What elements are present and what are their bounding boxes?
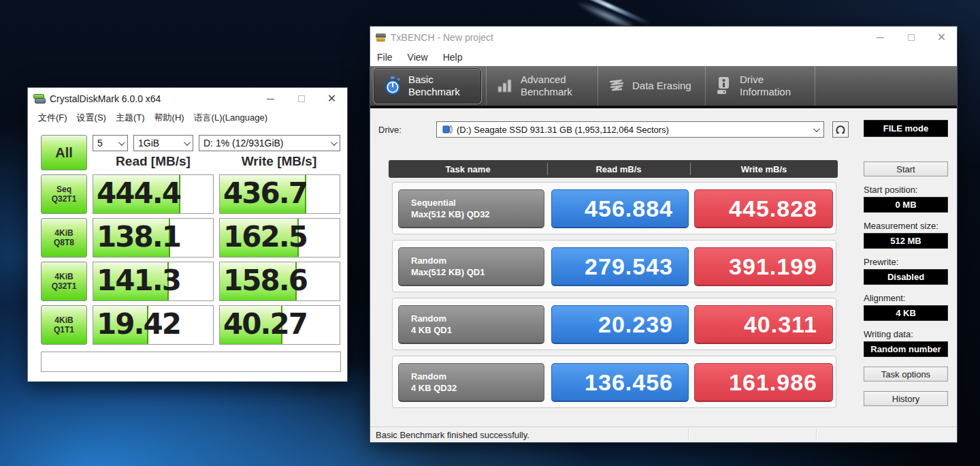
- refresh-drives-button[interactable]: [832, 121, 849, 138]
- txbench-close-button[interactable]: ✕: [926, 27, 957, 48]
- cdm-maximize-button[interactable]: [286, 88, 316, 110]
- cdm-body: All 5 1GiB D: 1% (12/931GiB): [28, 126, 347, 382]
- column-header-write: Write mB/s: [690, 164, 838, 174]
- drive-select[interactable]: (D:) Seagate SSD 931.31 GB (1,953,112,06…: [436, 121, 824, 138]
- table-row: SequentialMax(512 KB) QD32 456.884 445.8…: [392, 182, 836, 234]
- statusbar: Basic Benchmark finished successfully.: [370, 426, 957, 442]
- write-result-value: 161.986: [694, 363, 833, 402]
- tab-separator: [815, 66, 815, 106]
- cdm-write-value-cell: 436.7: [219, 174, 340, 214]
- txbench-window-title: TxBENCH - New project: [391, 32, 865, 43]
- cdm-4kib-q1t1-button[interactable]: 4KiBQ1T1: [41, 305, 87, 345]
- cdm-row-4kib-q32t1: 4KiBQ32T1 141.3 158.6: [41, 262, 340, 301]
- write-result-value: 40.311: [694, 305, 833, 344]
- results-table: SequentialMax(512 KB) QD32 456.884 445.8…: [392, 182, 836, 414]
- drive-icon: [442, 125, 453, 134]
- cdm-read-value-cell: 138.1: [93, 218, 214, 258]
- cdm-4kib-q8t8-button[interactable]: 4KiBQ8T8: [41, 218, 87, 258]
- cdm-menu-theme[interactable]: 主题(T): [111, 110, 150, 125]
- start-button[interactable]: Start: [864, 161, 948, 176]
- writing-data-value[interactable]: Random number: [864, 341, 948, 357]
- txbench-titlebar[interactable]: TxBENCH - New project ✕: [370, 27, 957, 48]
- write-result-value: 391.199: [694, 247, 833, 286]
- alignment-value[interactable]: 4 KB: [864, 305, 948, 321]
- cdm-read-value-cell: 444.4: [93, 174, 214, 214]
- tab-advanced-benchmark[interactable]: AdvancedBenchmark: [487, 66, 597, 106]
- read-result-value: 279.543: [551, 247, 689, 286]
- column-header-read: Read mB/s: [547, 164, 690, 174]
- tab-data-erasing[interactable]: Data Erasing: [598, 66, 705, 106]
- cdm-write-value-cell: 40.27: [219, 305, 340, 345]
- results-table-header: Task name Read mB/s Write mB/s: [389, 160, 838, 178]
- cdm-read-value-cell: 19.42: [93, 305, 214, 345]
- task-options-button[interactable]: Task options: [864, 367, 948, 382]
- start-position-value[interactable]: 0 MB: [864, 197, 948, 213]
- cdm-write-value-cell: 158.6: [219, 262, 340, 301]
- status-message: Basic Benchmark finished successfully.: [376, 430, 529, 440]
- txbench-minimize-button[interactable]: [865, 27, 896, 48]
- table-row: Random4 KB QD32 136.456 161.986: [392, 356, 836, 408]
- column-header-task-name: Task name: [389, 164, 547, 174]
- task-random-max-qd1-button[interactable]: RandomMax(512 KB) QD1: [398, 247, 544, 286]
- cdm-menubar: 文件(F) 设置(S) 主题(T) 帮助(H) 语言(L)(Language): [28, 110, 347, 126]
- cdm-write-header: Write [MB/s]: [218, 154, 340, 169]
- drive-info-icon: [715, 76, 733, 95]
- cdm-row-seq-q32t1: SeqQ32T1 444.4 436.7: [41, 174, 340, 214]
- txbench-menu-view[interactable]: View: [408, 52, 428, 63]
- read-result-value: 136.456: [551, 363, 689, 402]
- file-mode-indicator[interactable]: FILE mode: [864, 120, 948, 137]
- measurement-size-value[interactable]: 512 MB: [864, 233, 948, 249]
- measurement-size-label: Measurement size:: [864, 221, 948, 232]
- task-sequential-qd32-button[interactable]: SequentialMax(512 KB) QD32: [398, 189, 544, 228]
- tab-basic-benchmark[interactable]: BasicBenchmark: [374, 68, 481, 104]
- task-random-4kb-qd1-button[interactable]: Random4 KB QD1: [398, 305, 544, 344]
- cdm-test-size-select[interactable]: 1GiB: [133, 135, 193, 151]
- chevron-down-icon: [331, 139, 338, 146]
- drive-label: Drive:: [378, 125, 402, 135]
- txbench-tabbar: BasicBenchmark AdvancedBenchmark: [370, 66, 957, 108]
- history-button[interactable]: History: [864, 391, 948, 406]
- txbench-window: TxBENCH - New project ✕ File View Help: [370, 26, 958, 443]
- cdm-close-button[interactable]: ✕: [316, 88, 347, 110]
- cdm-all-button[interactable]: All: [41, 135, 87, 170]
- start-position-label: Start position:: [864, 185, 948, 196]
- read-result-value: 456.884: [551, 189, 689, 228]
- cdm-4kib-q32t1-button[interactable]: 4KiBQ32T1: [41, 262, 87, 301]
- crystaldiskmark-window: CrystalDiskMark 6.0.0 x64 ✕ 文件(F) 设置(S) …: [27, 87, 348, 382]
- chevron-down-icon: [118, 139, 125, 146]
- cdm-menu-language[interactable]: 语言(L)(Language): [189, 110, 272, 125]
- txbench-menu-file[interactable]: File: [377, 52, 393, 63]
- table-row: Random4 KB QD1 20.239 40.311: [392, 298, 836, 350]
- cdm-menu-file[interactable]: 文件(F): [33, 110, 72, 125]
- table-row: RandomMax(512 KB) QD1 279.543 391.199: [392, 240, 836, 292]
- cdm-titlebar[interactable]: CrystalDiskMark 6.0.0 x64 ✕: [28, 88, 347, 110]
- cdm-row-4kib-q8t8: 4KiBQ8T8 138.1 162.5: [41, 218, 340, 258]
- refresh-icon: [835, 124, 846, 135]
- cdm-menu-help[interactable]: 帮助(H): [150, 110, 189, 125]
- bar-chart-icon: [496, 77, 514, 95]
- cdm-comment-input[interactable]: [41, 352, 341, 372]
- cdm-test-count-select[interactable]: 5: [93, 135, 128, 151]
- cdm-minimize-button[interactable]: [255, 88, 286, 110]
- chevron-down-icon: [813, 125, 820, 132]
- cdm-drive-select[interactable]: D: 1% (12/931GiB): [199, 135, 340, 151]
- stopwatch-icon: [384, 76, 402, 95]
- read-result-value: 20.239: [551, 305, 689, 344]
- txbench-maximize-button[interactable]: [896, 27, 926, 48]
- cdm-read-value-cell: 141.3: [93, 262, 214, 301]
- writing-data-label: Writing data:: [864, 329, 948, 340]
- txbench-app-icon: [376, 33, 387, 42]
- cdm-app-icon: [33, 94, 46, 104]
- task-random-4kb-qd32-button[interactable]: Random4 KB QD32: [398, 363, 544, 402]
- txbench-menu-help[interactable]: Help: [443, 52, 463, 63]
- cdm-row-4kib-q1t1: 4KiBQ1T1 19.42 40.27: [41, 305, 340, 345]
- tab-drive-information[interactable]: DriveInformation: [706, 66, 815, 106]
- cdm-read-header: Read [MB/s]: [93, 154, 214, 169]
- txbench-content: Drive: (D:) Seagate SSD 931.31 GB (1,953…: [370, 108, 957, 426]
- write-result-value: 445.828: [694, 189, 833, 228]
- settings-sidebar: Start Start position: 0 MB Measurement s…: [864, 161, 948, 406]
- cdm-menu-settings[interactable]: 设置(S): [72, 110, 111, 125]
- prewrite-value[interactable]: Disabled: [864, 269, 948, 285]
- drive-select-value: (D:) Seagate SSD 931.31 GB (1,953,112,06…: [457, 125, 809, 135]
- cdm-seq-q32t1-button[interactable]: SeqQ32T1: [41, 174, 87, 214]
